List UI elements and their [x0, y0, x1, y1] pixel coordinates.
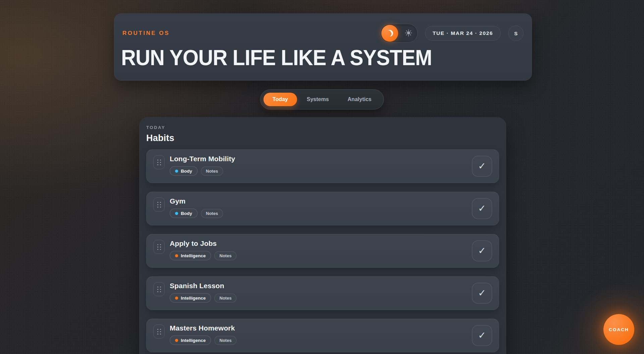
app-background: { "app": { "brand": "ROUTINE OS", "title…	[0, 0, 644, 354]
check-icon: ✓	[478, 204, 486, 213]
today-panel: TODAY Habits Long-Term Mobility Body Not…	[139, 117, 506, 354]
category-tag[interactable]: Intelligence	[170, 293, 211, 303]
category-dot-icon	[175, 212, 178, 215]
category-tag[interactable]: Body	[170, 209, 198, 218]
check-icon: ✓	[478, 162, 486, 171]
habit-tags: Body Notes	[170, 209, 223, 218]
check-icon: ✓	[478, 289, 486, 298]
habit-check-button[interactable]: ✓	[472, 325, 492, 346]
drag-handle[interactable]	[153, 155, 165, 169]
notes-tag[interactable]: Notes	[214, 294, 236, 303]
habit-tags: Intelligence Notes	[170, 336, 236, 345]
habit-check-button[interactable]: ✓	[472, 283, 492, 304]
category-tag[interactable]: Body	[170, 166, 198, 176]
habit-row: Apply to Jobs Intelligence Notes ✓	[146, 234, 499, 268]
category-label: Body	[181, 169, 192, 174]
drag-dots-icon	[157, 329, 158, 330]
category-dot-icon	[175, 339, 178, 342]
check-icon: ✓	[478, 331, 486, 340]
habit-row: Gym Body Notes ✓	[146, 192, 499, 225]
habits-heading: Habits	[146, 133, 499, 143]
header-actions: TUE · MAR 24 · 2026 S	[380, 24, 524, 43]
drag-dots-icon	[157, 202, 158, 203]
habit-row: Masters Homework Intelligence Notes ✓	[146, 319, 499, 352]
habit-info: Masters Homework Intelligence Notes	[170, 324, 236, 345]
notes-tag[interactable]: Notes	[214, 336, 236, 345]
habit-title: Spanish Lesson	[170, 282, 236, 290]
habit-title: Long-Term Mobility	[170, 155, 235, 163]
habit-check-button[interactable]: ✓	[472, 156, 492, 177]
section-label: TODAY	[146, 125, 499, 130]
category-dot-icon	[175, 297, 178, 300]
tab-bar: Today Systems Analytics	[260, 89, 384, 109]
habit-info: Gym Body Notes	[170, 197, 223, 218]
habit-title: Apply to Jobs	[170, 239, 236, 248]
habit-info: Long-Term Mobility Body Notes	[170, 155, 235, 176]
tab-today[interactable]: Today	[264, 93, 297, 106]
moon-icon	[386, 29, 394, 37]
coach-button[interactable]: COACH	[603, 314, 634, 345]
category-tag[interactable]: Intelligence	[170, 251, 211, 260]
avatar[interactable]: S	[508, 26, 524, 41]
habit-info: Apply to Jobs Intelligence Notes	[170, 239, 236, 260]
drag-handle[interactable]	[153, 282, 165, 296]
drag-handle[interactable]	[153, 324, 165, 339]
habit-check-button[interactable]: ✓	[472, 198, 492, 219]
habit-title: Gym	[170, 197, 223, 205]
notes-tag[interactable]: Notes	[201, 167, 223, 176]
date-pill[interactable]: TUE · MAR 24 · 2026	[425, 26, 501, 41]
brand-logo: ROUTINE OS	[122, 30, 170, 37]
category-label: Intelligence	[181, 296, 206, 301]
category-dot-icon	[175, 254, 178, 257]
check-icon: ✓	[478, 246, 486, 256]
drag-handle[interactable]	[153, 197, 165, 212]
drag-dots-icon	[157, 244, 158, 245]
category-label: Body	[181, 211, 192, 216]
habit-info: Spanish Lesson Intelligence Notes	[170, 282, 236, 303]
drag-dots-icon	[157, 160, 158, 161]
dark-mode-button[interactable]	[381, 25, 398, 42]
page-title: RUN YOUR LIFE LIKE A SYSTEM	[121, 45, 432, 70]
category-dot-icon	[175, 170, 178, 173]
tab-systems[interactable]: Systems	[298, 93, 338, 106]
habit-tags: Intelligence Notes	[170, 293, 236, 303]
habit-check-button[interactable]: ✓	[472, 240, 492, 261]
habit-title: Masters Homework	[170, 324, 236, 332]
habit-tags: Body Notes	[170, 166, 235, 176]
notes-tag[interactable]: Notes	[214, 251, 236, 260]
habit-list: Long-Term Mobility Body Notes ✓ Gym Body	[146, 149, 499, 352]
notes-tag[interactable]: Notes	[201, 209, 223, 218]
light-mode-button[interactable]	[401, 25, 416, 42]
habit-row: Long-Term Mobility Body Notes ✓	[146, 149, 499, 183]
header-card: ROUTINE OS RUN YOUR LIFE LIKE A SYSTEM	[114, 13, 532, 81]
tab-analytics[interactable]: Analytics	[338, 93, 380, 106]
category-label: Intelligence	[181, 253, 206, 258]
category-label: Intelligence	[181, 338, 206, 343]
theme-toggle[interactable]	[380, 24, 418, 43]
habit-tags: Intelligence Notes	[170, 251, 236, 260]
drag-dots-icon	[157, 286, 158, 287]
category-tag[interactable]: Intelligence	[170, 336, 211, 345]
sun-icon	[405, 29, 412, 38]
drag-handle[interactable]	[153, 240, 165, 254]
habit-row: Spanish Lesson Intelligence Notes ✓	[146, 276, 499, 310]
